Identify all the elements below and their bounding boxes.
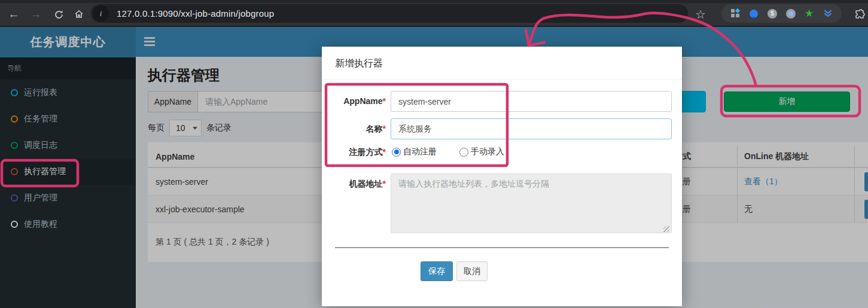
required-asterisk: *: [383, 124, 386, 133]
radio-manual-entry-label[interactable]: 手动录入: [471, 147, 504, 157]
cancel-button[interactable]: 取消: [456, 261, 488, 281]
extension-squares-icon[interactable]: [730, 8, 741, 19]
browser-toolbar: ← → i 127.0.0.1:9090/xxl-job-admin/jobgr…: [0, 0, 868, 27]
site-info-icon[interactable]: i: [93, 5, 109, 22]
reload-icon[interactable]: [50, 3, 68, 26]
required-asterisk: *: [383, 147, 386, 157]
back-icon[interactable]: ←: [5, 3, 23, 26]
appname-field[interactable]: [391, 91, 672, 112]
radio-manual-entry[interactable]: [459, 148, 468, 157]
home-icon[interactable]: [70, 3, 88, 26]
extensions-puzzle-icon[interactable]: [852, 3, 867, 26]
radio-auto-register-selected[interactable]: [392, 148, 401, 157]
required-asterisk: *: [383, 179, 386, 188]
save-button[interactable]: 保存: [421, 261, 453, 281]
address-bar[interactable]: i 127.0.0.1:9090/xxl-job-admin/jobgroup: [91, 4, 688, 23]
field-row-address: 机器地址*: [322, 173, 682, 233]
bookmark-star-icon[interactable]: ☆: [693, 3, 708, 26]
extension-star-icon[interactable]: ★: [804, 8, 815, 19]
extension-coin-icon[interactable]: $: [767, 8, 778, 19]
forward-icon[interactable]: →: [27, 3, 45, 26]
modal-title: 新增执行器: [322, 47, 682, 80]
required-asterisk: *: [383, 96, 386, 106]
field-label-reg-type: 注册方式*: [322, 144, 386, 160]
modal-divider: [335, 247, 669, 248]
radio-auto-register-label[interactable]: 自动注册: [403, 147, 437, 157]
extensions-pill: $ ★: [721, 4, 842, 23]
extension-dot-circle-icon[interactable]: [785, 8, 796, 19]
field-row-appname: AppName*: [322, 91, 682, 112]
field-label-appname: AppName*: [322, 91, 386, 112]
extension-chevrons-icon[interactable]: [823, 8, 833, 19]
address-textarea[interactable]: [391, 173, 672, 233]
field-label-name: 名称*: [322, 118, 386, 139]
field-label-address: 机器地址*: [322, 173, 386, 233]
field-row-reg-type: 注册方式* 自动注册 手动录入: [322, 144, 682, 160]
add-executor-modal: 新增执行器 AppName* 名称* 注册方式* 自动注册 手动录入 机器地址*…: [322, 47, 682, 306]
name-field[interactable]: [391, 118, 672, 139]
reg-type-options: 自动注册 手动录入: [392, 144, 527, 160]
url-text[interactable]: 127.0.0.1:9090/xxl-job-admin/jobgroup: [117, 8, 274, 19]
window-top-strip: [0, 0, 868, 3]
textarea-resize-handle[interactable]: [663, 226, 669, 232]
extension-balloon-icon[interactable]: [748, 8, 759, 19]
field-row-name: 名称*: [322, 118, 682, 139]
